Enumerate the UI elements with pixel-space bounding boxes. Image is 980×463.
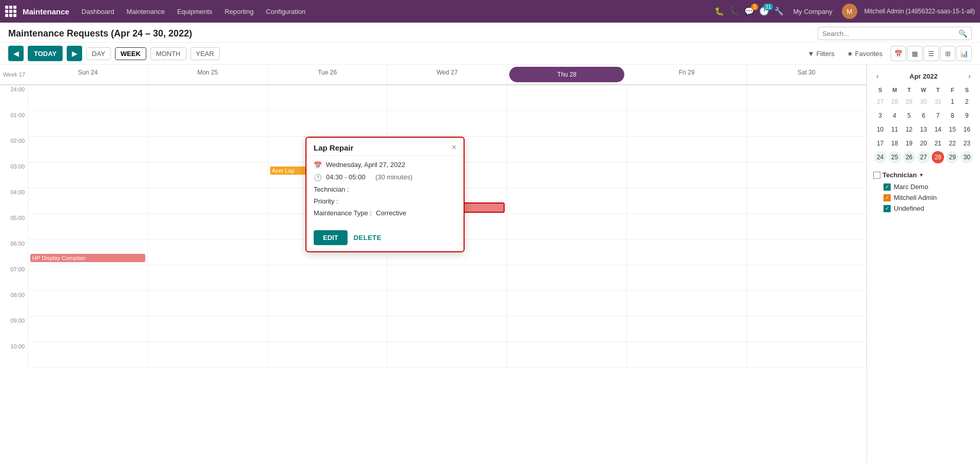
pivot-view-icon[interactable]: ⊞ <box>940 46 955 61</box>
mini-cal-day[interactable]: 26 <box>903 151 915 163</box>
mini-cal-day[interactable]: 8 <box>946 109 958 122</box>
mini-cal-prev[interactable]: ‹ <box>873 71 882 81</box>
time-cell-r9-c0[interactable] <box>28 317 148 342</box>
mini-cal-day[interactable]: 27 <box>874 96 887 108</box>
mini-cal-day[interactable]: 24 <box>874 151 887 163</box>
time-cell-r1-c5[interactable] <box>627 111 746 137</box>
month-view-button[interactable]: MONTH <box>150 47 186 60</box>
time-cell-r7-c1[interactable] <box>148 265 267 291</box>
list-view-icon[interactable]: ☰ <box>924 46 939 61</box>
search-input[interactable] <box>822 30 955 38</box>
nav-maintenance[interactable]: Maintenance <box>121 6 169 17</box>
mini-cal-day[interactable]: 2 <box>960 96 973 108</box>
time-cell-r4-c4[interactable] <box>507 188 627 214</box>
time-cell-r1-c1[interactable] <box>148 111 267 137</box>
time-cell-r0-c5[interactable] <box>627 85 746 111</box>
time-cell-r10-c5[interactable] <box>627 342 746 368</box>
time-cell-r7-c4[interactable] <box>507 265 627 291</box>
legend-marc-checkbox[interactable]: ✓ <box>883 183 891 191</box>
popup-close-button[interactable]: × <box>452 143 456 152</box>
time-cell-r7-c0[interactable] <box>28 265 148 291</box>
time-cell-r5-c1[interactable] <box>148 214 267 239</box>
time-cell-r6-c6[interactable] <box>747 239 867 265</box>
prev-button[interactable]: ◀ <box>8 46 24 61</box>
mini-cal-day[interactable]: 4 <box>889 109 901 122</box>
time-cell-r4-c0[interactable] <box>28 188 148 214</box>
mini-cal-day[interactable]: 29 <box>903 96 915 108</box>
mini-cal-day[interactable]: 1 <box>946 96 958 108</box>
time-cell-r8-c2[interactable] <box>268 291 388 317</box>
edit-button[interactable]: EDIT <box>314 230 348 245</box>
time-cell-r2-c4[interactable] <box>507 137 627 162</box>
mini-cal-day[interactable]: 25 <box>889 151 901 163</box>
mini-cal-day[interactable]: 5 <box>903 109 915 122</box>
event-hp-display[interactable]: HP Display Complain <box>30 254 145 262</box>
time-cell-r5-c6[interactable] <box>747 214 867 239</box>
time-cell-r1-c3[interactable] <box>388 111 507 137</box>
graph-view-icon[interactable]: 📊 <box>956 46 972 61</box>
legend-undefined-checkbox[interactable]: ✓ <box>883 205 891 212</box>
mini-cal-day[interactable]: 15 <box>946 123 958 136</box>
filters-button[interactable]: ▼ Filters <box>803 48 838 60</box>
mini-cal-day[interactable]: 29 <box>946 151 958 163</box>
time-cell-r1-c2[interactable] <box>268 111 388 137</box>
time-cell-r5-c0[interactable] <box>28 214 148 239</box>
mini-cal-day[interactable]: 23 <box>960 137 973 150</box>
delete-button[interactable]: DELETE <box>354 234 381 242</box>
mini-cal-day[interactable]: 21 <box>932 137 944 150</box>
time-cell-r3-c5[interactable] <box>627 162 746 188</box>
week-view-button[interactable]: WEEK <box>115 47 146 60</box>
mini-cal-day[interactable]: 20 <box>917 137 930 150</box>
time-cell-r8-c5[interactable] <box>627 291 746 317</box>
mini-cal-day[interactable]: 10 <box>874 123 887 136</box>
time-cell-r9-c5[interactable] <box>627 317 746 342</box>
time-cell-r6-c1[interactable] <box>148 239 267 265</box>
mini-cal-day[interactable]: 7 <box>932 109 944 122</box>
time-cell-r7-c2[interactable] <box>268 265 388 291</box>
time-cell-r2-c1[interactable] <box>148 137 267 162</box>
mini-cal-day[interactable]: 16 <box>960 123 973 136</box>
mini-cal-next[interactable]: › <box>965 71 974 81</box>
mini-cal-day[interactable]: 9 <box>960 109 973 122</box>
day-view-button[interactable]: DAY <box>86 47 111 60</box>
time-cell-r9-c6[interactable] <box>747 317 867 342</box>
time-cell-r0-c0[interactable] <box>28 85 148 111</box>
app-logo[interactable]: Maintenance <box>5 6 69 17</box>
time-cell-r0-c6[interactable] <box>747 85 867 111</box>
time-cell-r9-c1[interactable] <box>148 317 267 342</box>
time-cell-r1-c6[interactable] <box>747 111 867 137</box>
time-cell-r8-c0[interactable] <box>28 291 148 317</box>
time-cell-r10-c2[interactable] <box>268 342 388 368</box>
mini-cal-day[interactable]: 12 <box>903 123 915 136</box>
mini-cal-day[interactable]: 17 <box>874 137 887 150</box>
chat-icon[interactable]: 💬5 <box>744 7 754 16</box>
time-cell-r3-c1[interactable] <box>148 162 267 188</box>
mini-cal-day[interactable]: 14 <box>932 123 944 136</box>
time-cell-r5-c5[interactable] <box>627 214 746 239</box>
mini-cal-day[interactable]: 11 <box>889 123 901 136</box>
nav-equipments[interactable]: Equipments <box>172 6 218 17</box>
phone-icon[interactable]: 📞 <box>729 7 739 16</box>
legend-header-checkbox[interactable] <box>873 172 880 179</box>
time-cell-r9-c3[interactable] <box>388 317 507 342</box>
time-cell-r3-c6[interactable] <box>747 162 867 188</box>
wrench-icon[interactable]: 🔧 <box>774 7 784 16</box>
mini-cal-day[interactable]: 22 <box>946 137 958 150</box>
legend-mitchell-checkbox[interactable]: ✓ <box>883 194 891 201</box>
bug-icon[interactable]: 🐛 <box>715 7 724 16</box>
mini-cal-day[interactable]: 30 <box>960 151 973 163</box>
time-cell-r9-c4[interactable] <box>507 317 627 342</box>
time-cell-r4-c1[interactable] <box>148 188 267 214</box>
time-cell-r2-c6[interactable] <box>747 137 867 162</box>
favorites-button[interactable]: ★ Favorites <box>843 48 887 60</box>
mini-cal-day[interactable]: 18 <box>889 137 901 150</box>
time-cell-r1-c4[interactable] <box>507 111 627 137</box>
time-cell-r8-c4[interactable] <box>507 291 627 317</box>
time-cell-r2-c5[interactable] <box>627 137 746 162</box>
time-cell-r2-c0[interactable] <box>28 137 148 162</box>
mini-cal-day[interactable]: 6 <box>917 109 930 122</box>
time-cell-r3-c4[interactable] <box>507 162 627 188</box>
calendar-view-icon[interactable]: 📅 <box>891 46 906 61</box>
time-cell-r6-c5[interactable] <box>627 239 746 265</box>
today-button[interactable]: TODAY <box>28 46 63 61</box>
